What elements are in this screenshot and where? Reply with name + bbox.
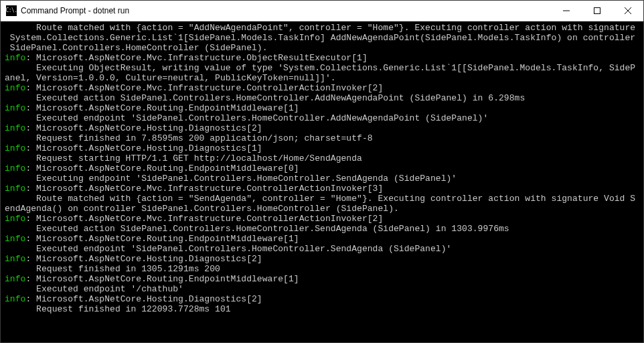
close-icon — [625, 7, 631, 14]
log-line: Request finished in 1305.1291ms 200 — [5, 264, 220, 274]
log-line: Executed action SidePanel.Controllers.Ho… — [5, 93, 525, 103]
log-line: endAgenda() on controller SidePanel.Cont… — [5, 204, 399, 214]
log-line: : Microsoft.AspNetCore.Hosting.Diagnosti… — [25, 123, 262, 133]
command-prompt-window: C:\. Command Prompt - dotnet run Route m… — [0, 0, 644, 343]
log-line: : Microsoft.AspNetCore.Mvc.Infrastructur… — [25, 184, 383, 194]
log-line: Executed endpoint 'SidePanel.Controllers… — [5, 113, 488, 123]
log-line: : Microsoft.AspNetCore.Hosting.Diagnosti… — [25, 143, 262, 153]
log-line: : Microsoft.AspNetCore.Hosting.Diagnosti… — [25, 294, 262, 304]
log-line: Request finished in 122093.7728ms 101 — [5, 304, 231, 314]
log-line: : Microsoft.AspNetCore.Routing.EndpointM… — [25, 163, 299, 174]
cmd-icon-text: C:\. — [5, 8, 17, 13]
log-level-info: info — [5, 53, 25, 63]
log-line: Executed endpoint 'SidePanel.Controllers… — [5, 244, 451, 254]
svg-rect-0 — [594, 8, 600, 14]
minimize-icon — [563, 7, 570, 14]
log-level-info: info — [5, 184, 25, 194]
log-line: Route matched with {action = "AddNewAgen… — [5, 23, 635, 33]
log-level-info: info — [5, 274, 25, 284]
log-level-info: info — [5, 143, 25, 153]
log-line: Request starting HTTP/1.1 GET http://loc… — [5, 153, 362, 163]
log-level-info: info — [5, 254, 25, 264]
log-line: Executing endpoint 'SidePanel.Controller… — [5, 174, 457, 184]
log-line: : Microsoft.AspNetCore.Routing.EndpointM… — [25, 234, 299, 244]
log-line: Executed endpoint '/chathub' — [5, 284, 183, 294]
log-line: : Microsoft.AspNetCore.Routing.EndpointM… — [25, 274, 299, 284]
log-level-info: info — [5, 123, 25, 133]
terminal-output[interactable]: Route matched with {action = "AddNewAgen… — [1, 21, 643, 342]
log-level-info: info — [5, 214, 25, 224]
log-level-info: info — [5, 294, 25, 304]
log-line: anel, Version=1.0.0.0, Culture=neutral, … — [5, 73, 336, 83]
log-level-info: info — [5, 103, 25, 113]
log-line: Executed action SidePanel.Controllers.Ho… — [5, 224, 509, 234]
log-line: Executing ObjectResult, writing value of… — [5, 63, 635, 73]
titlebar[interactable]: C:\. Command Prompt - dotnet run — [1, 1, 643, 21]
log-line: SidePanel.Controllers.HomeController (Si… — [5, 43, 268, 53]
log-level-info: info — [5, 234, 25, 244]
log-level-info: info — [5, 83, 25, 93]
log-line: : Microsoft.AspNetCore.Mvc.Infrastructur… — [25, 83, 383, 93]
cmd-icon: C:\. — [6, 5, 17, 16]
log-line: : Microsoft.AspNetCore.Mvc.Infrastructur… — [25, 53, 367, 63]
minimize-button[interactable] — [551, 1, 582, 21]
maximize-icon — [594, 7, 600, 14]
log-line: System.Collections.Generic.List`1[SidePa… — [5, 33, 635, 43]
log-line: : Microsoft.AspNetCore.Mvc.Infrastructur… — [25, 214, 383, 224]
maximize-button[interactable] — [582, 1, 613, 21]
log-line: Route matched with {action = "SendAgenda… — [5, 194, 635, 204]
log-line: : Microsoft.AspNetCore.Routing.EndpointM… — [25, 103, 299, 113]
log-line: Request finished in 7.8595ms 200 applica… — [5, 133, 373, 143]
close-button[interactable] — [613, 1, 643, 21]
log-line: : Microsoft.AspNetCore.Hosting.Diagnosti… — [25, 254, 262, 264]
window-controls — [551, 1, 643, 21]
log-level-info: info — [5, 163, 25, 174]
window-title: Command Prompt - dotnet run — [21, 6, 551, 15]
